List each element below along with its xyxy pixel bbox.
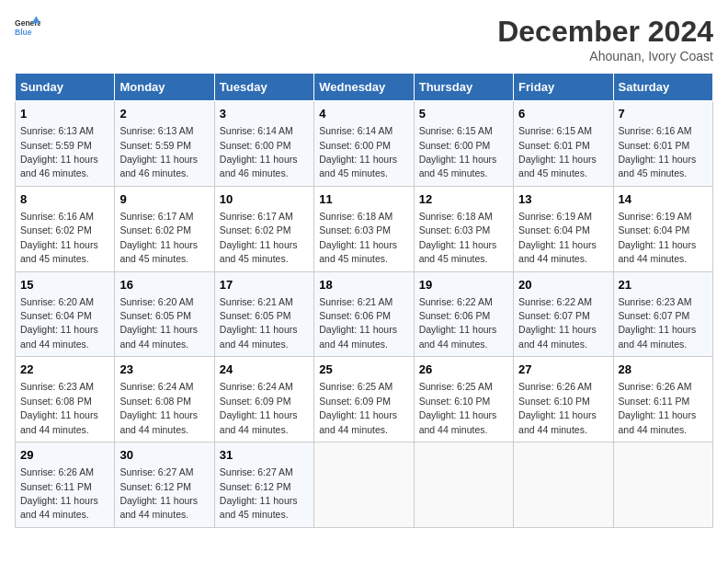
cell-details: Sunrise: 6:14 AMSunset: 6:00 PMDaylight:… [319,125,397,178]
day-number: 18 [319,277,408,293]
cell-details: Sunrise: 6:20 AMSunset: 6:05 PMDaylight:… [119,296,198,350]
day-number: 8 [20,191,109,208]
generalblue-logo-icon: General Blue [15,15,40,40]
week-row-5: 29 Sunrise: 6:26 AMSunset: 6:11 PMDaylig… [16,442,713,528]
header-tuesday: Tuesday [214,74,313,101]
day-number: 15 [20,277,109,293]
cell-details: Sunrise: 6:18 AMSunset: 6:03 PMDaylight:… [419,211,497,264]
header-saturday: Saturday [613,74,712,101]
day-number: 25 [319,362,408,378]
cell-details: Sunrise: 6:16 AMSunset: 6:01 PMDaylight:… [619,125,697,178]
cell-details: Sunrise: 6:23 AMSunset: 6:07 PMDaylight:… [619,296,697,350]
week-row-4: 22 Sunrise: 6:23 AMSunset: 6:08 PMDaylig… [16,357,713,442]
cell-details: Sunrise: 6:25 AMSunset: 6:10 PMDaylight:… [419,381,497,434]
calendar-cell: 6 Sunrise: 6:15 AMSunset: 6:01 PMDayligh… [514,101,613,187]
calendar-cell: 26 Sunrise: 6:25 AMSunset: 6:10 PMDaylig… [414,357,513,442]
day-number: 26 [419,362,508,378]
svg-text:Blue: Blue [15,28,32,37]
calendar-cell: 10 Sunrise: 6:17 AMSunset: 6:02 PMDaylig… [214,186,313,271]
cell-details: Sunrise: 6:19 AMSunset: 6:04 PMDaylight:… [619,211,697,264]
page-header: General Blue December 2024 Ahounan, Ivor… [15,15,713,63]
calendar-cell: 12 Sunrise: 6:18 AMSunset: 6:03 PMDaylig… [414,186,513,271]
day-number: 31 [220,447,309,464]
day-number: 7 [619,106,708,122]
calendar-cell: 7 Sunrise: 6:16 AMSunset: 6:01 PMDayligh… [613,101,712,187]
cell-details: Sunrise: 6:13 AMSunset: 5:59 PMDaylight:… [20,125,98,178]
month-title: December 2024 [497,15,713,49]
calendar-cell: 17 Sunrise: 6:21 AMSunset: 6:05 PMDaylig… [214,271,313,357]
day-number: 29 [20,447,109,464]
header-thursday: Thursday [414,74,513,101]
calendar-cell: 24 Sunrise: 6:24 AMSunset: 6:09 PMDaylig… [214,357,313,442]
cell-details: Sunrise: 6:21 AMSunset: 6:06 PMDaylight:… [319,296,397,350]
calendar-cell: 8 Sunrise: 6:16 AMSunset: 6:02 PMDayligh… [16,186,115,271]
calendar-cell [314,442,414,528]
calendar-header-row: SundayMondayTuesdayWednesdayThursdayFrid… [16,74,713,101]
calendar-cell: 31 Sunrise: 6:27 AMSunset: 6:12 PMDaylig… [214,442,313,528]
cell-details: Sunrise: 6:26 AMSunset: 6:11 PMDaylight:… [619,381,697,434]
calendar-cell: 14 Sunrise: 6:19 AMSunset: 6:04 PMDaylig… [613,186,712,271]
logo: General Blue [15,15,40,40]
day-number: 6 [518,106,608,122]
calendar-cell: 20 Sunrise: 6:22 AMSunset: 6:07 PMDaylig… [514,271,613,357]
cell-details: Sunrise: 6:21 AMSunset: 6:05 PMDaylight:… [220,296,298,350]
day-number: 13 [518,191,608,208]
calendar-cell: 28 Sunrise: 6:26 AMSunset: 6:11 PMDaylig… [613,357,712,442]
day-number: 20 [518,277,608,293]
day-number: 16 [119,277,209,293]
calendar-cell: 16 Sunrise: 6:20 AMSunset: 6:05 PMDaylig… [115,271,214,357]
calendar-cell: 27 Sunrise: 6:26 AMSunset: 6:10 PMDaylig… [514,357,613,442]
calendar-cell: 30 Sunrise: 6:27 AMSunset: 6:12 PMDaylig… [115,442,214,528]
cell-details: Sunrise: 6:15 AMSunset: 6:01 PMDaylight:… [518,125,597,178]
cell-details: Sunrise: 6:24 AMSunset: 6:08 PMDaylight:… [119,381,198,434]
day-number: 22 [20,362,109,378]
day-number: 5 [419,106,508,122]
week-row-3: 15 Sunrise: 6:20 AMSunset: 6:04 PMDaylig… [16,271,713,357]
week-row-1: 1 Sunrise: 6:13 AMSunset: 5:59 PMDayligh… [16,101,713,187]
day-number: 4 [319,106,408,122]
header-sunday: Sunday [16,74,115,101]
cell-details: Sunrise: 6:26 AMSunset: 6:10 PMDaylight:… [518,381,597,434]
cell-details: Sunrise: 6:23 AMSunset: 6:08 PMDaylight:… [20,381,98,434]
cell-details: Sunrise: 6:27 AMSunset: 6:12 PMDaylight:… [220,466,298,520]
calendar-table: SundayMondayTuesdayWednesdayThursdayFrid… [15,73,713,528]
calendar-cell: 18 Sunrise: 6:21 AMSunset: 6:06 PMDaylig… [314,271,414,357]
day-number: 12 [419,191,508,208]
day-number: 2 [119,106,209,122]
cell-details: Sunrise: 6:25 AMSunset: 6:09 PMDaylight:… [319,381,397,434]
day-number: 17 [220,277,309,293]
cell-details: Sunrise: 6:19 AMSunset: 6:04 PMDaylight:… [518,211,597,264]
header-wednesday: Wednesday [314,74,414,101]
cell-details: Sunrise: 6:18 AMSunset: 6:03 PMDaylight:… [319,211,397,264]
calendar-cell: 25 Sunrise: 6:25 AMSunset: 6:09 PMDaylig… [314,357,414,442]
day-number: 11 [319,191,408,208]
cell-details: Sunrise: 6:26 AMSunset: 6:11 PMDaylight:… [20,466,98,520]
cell-details: Sunrise: 6:16 AMSunset: 6:02 PMDaylight:… [20,211,98,264]
day-number: 21 [619,277,708,293]
day-number: 19 [419,277,508,293]
calendar-cell: 3 Sunrise: 6:14 AMSunset: 6:00 PMDayligh… [214,101,313,187]
cell-details: Sunrise: 6:14 AMSunset: 6:00 PMDaylight:… [220,125,298,178]
title-area: December 2024 Ahounan, Ivory Coast [497,15,713,63]
calendar-cell: 29 Sunrise: 6:26 AMSunset: 6:11 PMDaylig… [16,442,115,528]
header-friday: Friday [514,74,613,101]
location-title: Ahounan, Ivory Coast [497,49,713,63]
day-number: 9 [119,191,209,208]
day-number: 24 [220,362,309,378]
cell-details: Sunrise: 6:22 AMSunset: 6:06 PMDaylight:… [419,296,497,350]
calendar-cell: 15 Sunrise: 6:20 AMSunset: 6:04 PMDaylig… [16,271,115,357]
calendar-cell [613,442,712,528]
day-number: 30 [119,447,209,464]
cell-details: Sunrise: 6:24 AMSunset: 6:09 PMDaylight:… [220,381,298,434]
cell-details: Sunrise: 6:13 AMSunset: 5:59 PMDaylight:… [119,125,198,178]
day-number: 1 [20,106,109,122]
calendar-cell: 4 Sunrise: 6:14 AMSunset: 6:00 PMDayligh… [314,101,414,187]
day-number: 23 [119,362,209,378]
calendar-cell: 23 Sunrise: 6:24 AMSunset: 6:08 PMDaylig… [115,357,214,442]
cell-details: Sunrise: 6:22 AMSunset: 6:07 PMDaylight:… [518,296,597,350]
calendar-cell [514,442,613,528]
day-number: 3 [220,106,309,122]
cell-details: Sunrise: 6:20 AMSunset: 6:04 PMDaylight:… [20,296,98,350]
day-number: 27 [518,362,608,378]
day-number: 14 [619,191,708,208]
